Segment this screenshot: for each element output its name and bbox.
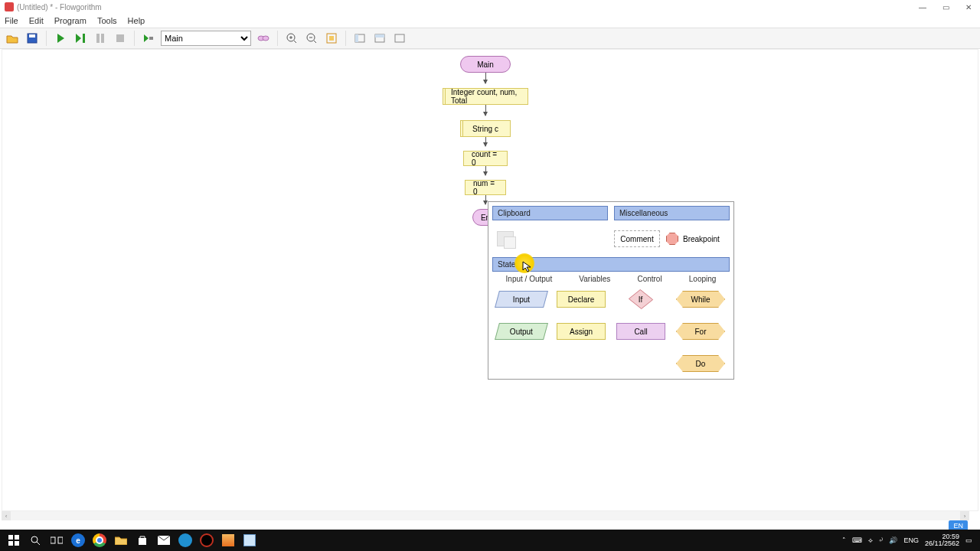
tray-volume-icon[interactable]: 🔊 — [889, 536, 897, 544]
insert-shape-popup: Clipboard Miscellaneous Comment Breakpoi… — [488, 201, 734, 380]
task-view-icon[interactable] — [46, 532, 67, 549]
tray-network-icon[interactable]: ⟡ — [868, 536, 873, 545]
node-assign-1[interactable]: count = 0 — [463, 151, 508, 166]
search-icon[interactable] — [24, 532, 46, 549]
flowchart-canvas[interactable]: Main Integer count, num, Total String c … — [2, 49, 978, 511]
breakpoint-icon[interactable] — [666, 233, 678, 245]
svg-point-7 — [263, 36, 269, 41]
svg-rect-13 — [355, 34, 358, 42]
tray-input-icon[interactable]: ⌨ — [852, 536, 862, 544]
section-clipboard: Clipboard — [492, 206, 608, 220]
svg-rect-3 — [96, 34, 100, 43]
flowgorithm-taskbar-icon[interactable] — [239, 532, 260, 549]
node-declare-2[interactable]: String c — [460, 120, 511, 137]
zoom-out-icon[interactable] — [304, 31, 319, 46]
tray-wifi-icon[interactable]: ◦⁾ — [879, 536, 883, 544]
cursor-highlight — [514, 253, 534, 273]
shape-while[interactable]: While — [676, 291, 725, 308]
menu-tools[interactable]: Tools — [97, 16, 117, 25]
svg-rect-22 — [51, 537, 55, 543]
tray-notifications-icon[interactable]: ▭ — [965, 536, 972, 544]
shape-if[interactable]: If — [629, 289, 654, 309]
breakpoint-label: Breakpoint — [683, 235, 720, 243]
minimize-button[interactable]: — — [911, 0, 934, 14]
svg-rect-18 — [15, 535, 19, 540]
maximize-button[interactable]: ▭ — [934, 0, 957, 14]
record-icon[interactable] — [196, 532, 217, 549]
save-icon[interactable] — [24, 31, 40, 46]
shape-do[interactable]: Do — [676, 355, 725, 372]
edge-icon[interactable]: e — [67, 532, 89, 549]
explorer-icon[interactable] — [110, 532, 132, 549]
arrow — [485, 137, 486, 146]
window-title: (Untitled) * - Flowgorithm — [17, 3, 102, 11]
node-declare-1[interactable]: Integer count, num, Total — [443, 88, 528, 105]
store-icon[interactable] — [132, 532, 153, 549]
shape-for[interactable]: For — [676, 323, 725, 340]
menu-program[interactable]: Program — [54, 16, 87, 25]
shape-assign[interactable]: Assign — [557, 323, 606, 340]
system-tray: ˄ ⌨ ⟡ ◦⁾ 🔊 ENG 20:59 26/11/2562 ▭ — [842, 533, 977, 548]
chrome-icon[interactable] — [89, 532, 110, 549]
svg-rect-1 — [29, 34, 35, 37]
svg-rect-17 — [8, 535, 13, 540]
menu-help[interactable]: Help — [128, 16, 145, 25]
layout1-icon[interactable] — [352, 31, 368, 46]
app-icon — [5, 2, 14, 11]
layout2-icon[interactable] — [372, 31, 387, 46]
functions-icon[interactable] — [256, 31, 271, 46]
svg-rect-4 — [101, 34, 104, 43]
menu-file[interactable]: File — [5, 16, 18, 25]
close-button[interactable]: ✕ — [957, 0, 980, 14]
title-bar: (Untitled) * - Flowgorithm — [0, 0, 980, 14]
svg-rect-5 — [116, 34, 124, 42]
zoom-in-icon[interactable] — [284, 31, 299, 46]
shape-output[interactable]: Output — [495, 323, 548, 340]
step-icon[interactable] — [73, 31, 88, 46]
column-headers: Input / Output Variables Control Looping — [492, 275, 730, 283]
arrow — [485, 195, 486, 204]
arrow — [485, 73, 486, 83]
shape-comment[interactable]: Comment — [614, 230, 660, 247]
window-controls: — ▭ ✕ — [911, 0, 980, 14]
arrow — [485, 105, 486, 116]
open-icon[interactable] — [5, 31, 20, 46]
taskbar: e ˄ ⌨ ⟡ ◦⁾ 🔊 ENG 20:59 26/11/2562 ▭ — [0, 530, 980, 551]
shape-input[interactable]: Input — [495, 291, 548, 308]
stop-icon[interactable] — [113, 31, 128, 46]
menu-bar: File Edit Program Tools Help — [0, 14, 980, 28]
run-icon[interactable] — [53, 31, 68, 46]
mail-icon[interactable] — [153, 532, 175, 549]
paste-icon — [497, 231, 514, 246]
svg-rect-19 — [8, 541, 13, 546]
speed-icon[interactable] — [141, 31, 156, 46]
arrow — [485, 166, 486, 175]
node-main[interactable]: Main — [460, 56, 511, 73]
svg-rect-15 — [375, 34, 384, 37]
tray-lang[interactable]: ENG — [903, 536, 919, 544]
zoom-fit-icon[interactable] — [324, 31, 339, 46]
h-scrollbar[interactable]: ‹ › — [2, 511, 969, 520]
svg-rect-23 — [58, 537, 63, 543]
svg-rect-20 — [15, 541, 19, 546]
app-icon-1[interactable] — [175, 532, 196, 549]
tray-clock[interactable]: 20:59 26/11/2562 — [925, 533, 959, 548]
start-button[interactable] — [3, 532, 24, 549]
tray-chevron-icon[interactable]: ˄ — [842, 536, 846, 544]
layout3-icon[interactable] — [392, 31, 407, 46]
scroll-right-icon[interactable]: › — [960, 511, 969, 520]
pause-icon[interactable] — [93, 31, 108, 46]
scroll-left-icon[interactable]: ‹ — [2, 511, 11, 520]
shape-declare[interactable]: Declare — [557, 291, 606, 308]
toolbar: Main — [0, 28, 980, 49]
menu-edit[interactable]: Edit — [29, 16, 44, 25]
app-icon-2[interactable] — [217, 532, 239, 549]
svg-rect-11 — [329, 36, 334, 41]
node-assign-2[interactable]: num = 0 — [465, 180, 506, 195]
function-select[interactable]: Main — [161, 31, 251, 46]
svg-point-21 — [31, 536, 38, 543]
section-misc: Miscellaneous — [614, 206, 730, 220]
shape-call[interactable]: Call — [616, 323, 665, 340]
section-statement: Statement — [492, 257, 730, 272]
svg-rect-16 — [395, 34, 404, 42]
